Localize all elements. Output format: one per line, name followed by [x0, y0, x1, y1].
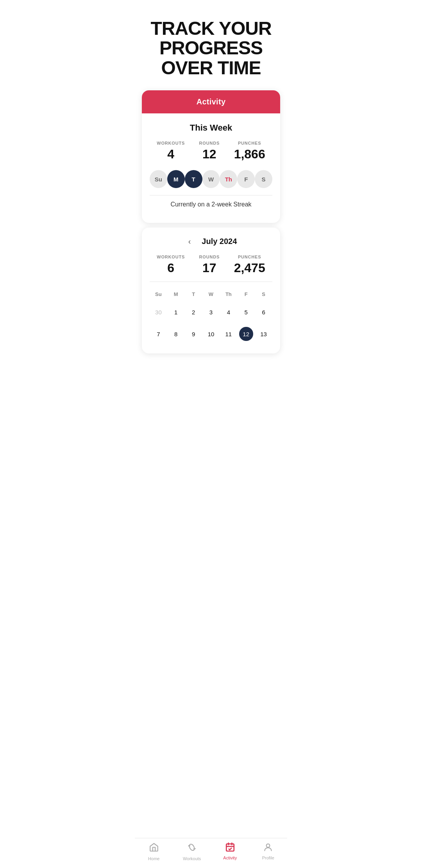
stat-rounds-label: ROUNDS [199, 141, 220, 145]
month-stat-punches-label: PUNCHES [234, 255, 265, 259]
cal-header-f: F [237, 290, 255, 299]
activity-card: Activity This Week WORKOUTS 4 ROUNDS 12 … [142, 90, 280, 223]
cal-header-row: Su M T W Th F S [150, 290, 272, 299]
day-w[interactable]: W [202, 170, 220, 188]
month-stat-punches: PUNCHES 2,475 [234, 255, 265, 275]
cal-header-s: S [255, 290, 272, 299]
cal-row-1: 30 1 2 3 4 5 6 [150, 302, 272, 322]
cal-cell-8[interactable]: 8 [167, 324, 185, 344]
month-stats-row: WORKOUTS 6 ROUNDS 17 PUNCHES 2,475 [150, 255, 272, 282]
this-week-section: This Week WORKOUTS 4 ROUNDS 12 PUNCHES 1… [142, 113, 280, 223]
prev-month-button[interactable]: ‹ [185, 235, 194, 247]
calendar-grid: Su M T W Th F S 30 1 2 3 4 5 6 7 8 9 [150, 290, 272, 344]
day-su[interactable]: Su [150, 170, 167, 188]
divider [150, 195, 272, 195]
cal-cell-6[interactable]: 6 [255, 302, 272, 322]
stat-workouts: WORKOUTS 4 [157, 141, 185, 161]
stat-workouts-label: WORKOUTS [157, 141, 185, 145]
month-stat-punches-value: 2,475 [234, 261, 265, 275]
day-m[interactable]: M [167, 170, 185, 188]
month-nav: ‹ July 2024 [150, 235, 272, 247]
this-week-stats: WORKOUTS 4 ROUNDS 12 PUNCHES 1,866 [150, 141, 272, 161]
month-stat-workouts-value: 6 [157, 261, 185, 275]
days-row: Su M T W Th F S [150, 170, 272, 188]
cal-cell-12[interactable]: 12 [237, 324, 255, 344]
month-stat-workouts-label: WORKOUTS [157, 255, 185, 259]
day-t[interactable]: T [185, 170, 202, 188]
activity-header-title: Activity [197, 97, 226, 106]
stat-punches: PUNCHES 1,866 [234, 141, 265, 161]
cal-cell-10[interactable]: 10 [202, 324, 220, 344]
month-card: ‹ July 2024 WORKOUTS 6 ROUNDS 17 PUNCHES… [142, 228, 280, 353]
cal-cell-11[interactable]: 11 [220, 324, 237, 344]
stat-rounds-value: 12 [199, 147, 220, 161]
day-s[interactable]: S [255, 170, 272, 188]
cal-cell-30[interactable]: 30 [150, 302, 167, 322]
stat-workouts-value: 4 [157, 147, 185, 161]
this-week-label: This Week [150, 123, 272, 133]
cal-cell-2[interactable]: 2 [185, 302, 202, 322]
cal-header-m: M [167, 290, 185, 299]
stat-punches-value: 1,866 [234, 147, 265, 161]
month-stat-rounds-label: ROUNDS [199, 255, 220, 259]
cal-header-t: T [185, 290, 202, 299]
cal-cell-5[interactable]: 5 [237, 302, 255, 322]
stat-punches-label: PUNCHES [234, 141, 265, 145]
day-f[interactable]: F [237, 170, 255, 188]
month-stat-workouts: WORKOUTS 6 [157, 255, 185, 275]
streak-text: Currently on a 2-week Streak [150, 201, 272, 216]
cal-cell-7[interactable]: 7 [150, 324, 167, 344]
cal-row-2: 7 8 9 10 11 12 13 [150, 324, 272, 344]
month-stat-rounds-value: 17 [199, 261, 220, 275]
cal-header-su: Su [150, 290, 167, 299]
month-stat-rounds: ROUNDS 17 [199, 255, 220, 275]
stat-rounds: ROUNDS 12 [199, 141, 220, 161]
page-content: TRACK YOUR PROGRESS OVER TIME Activity T… [135, 0, 287, 389]
hero-title: TRACK YOUR PROGRESS OVER TIME [135, 0, 287, 90]
cal-cell-9[interactable]: 9 [185, 324, 202, 344]
month-title: July 2024 [202, 237, 237, 246]
cal-cell-4[interactable]: 4 [220, 302, 237, 322]
cal-cell-1[interactable]: 1 [167, 302, 185, 322]
cal-header-w: W [202, 290, 220, 299]
cal-header-th: Th [220, 290, 237, 299]
day-th[interactable]: Th [220, 170, 237, 188]
cal-cell-13[interactable]: 13 [255, 324, 272, 344]
cal-cell-3[interactable]: 3 [202, 302, 220, 322]
activity-card-header: Activity [142, 90, 280, 113]
